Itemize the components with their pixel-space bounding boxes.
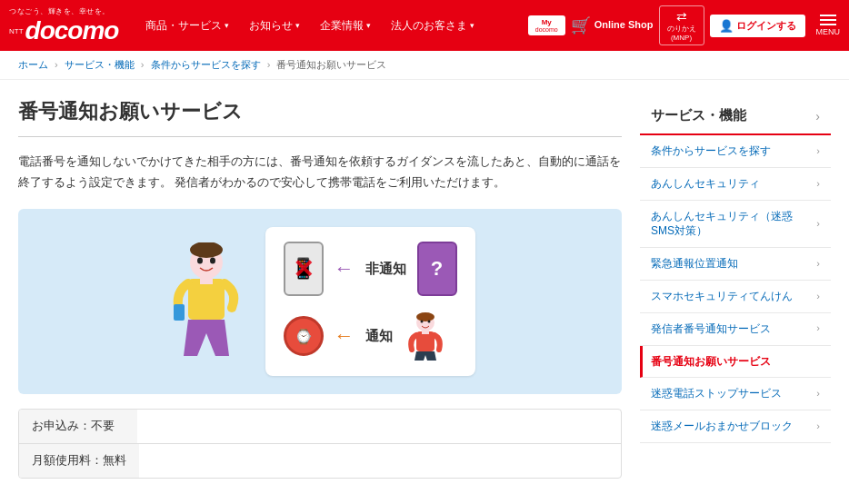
sidebar-item-number-notify[interactable]: 番号通知お願いサービス: [640, 346, 831, 379]
online-shop-button[interactable]: 🛒 Online Shop: [571, 15, 654, 35]
diagram-area: 📱 ✕ ← 非通知 ? ⌚ ← 通知: [18, 209, 622, 394]
diagram-row-normal: ⌚ ← 通知: [284, 311, 457, 361]
chevron-right-icon: ›: [816, 217, 820, 231]
svg-point-2: [197, 258, 203, 264]
sidebar-item-label: あんしんセキュリティ（迷惑SMS対策）: [651, 209, 813, 240]
hamburger-icon: [820, 15, 836, 25]
logo-docomo: NTT docomo: [9, 16, 118, 45]
nav-news[interactable]: お知らせ ▾: [240, 15, 309, 37]
login-label: ログインする: [736, 19, 796, 33]
right-sidebar: サービス・機能 › 条件からサービスを探す › あんしんセキュリティ › あんし…: [640, 98, 831, 497]
mnp-sub: (MNP): [671, 34, 692, 42]
info-table: お申込み：不要 月額使用料：無料: [18, 409, 622, 479]
left-content: 番号通知お願いサービス 電話番号を通知しないでかけてきた相手の方には、番号通知を…: [18, 98, 622, 497]
page-description: 電話番号を通知しないでかけてきた相手の方には、番号通知を依頼するガイダンスを流し…: [18, 152, 622, 193]
nav-business[interactable]: 法人のお客さま ▾: [382, 15, 484, 37]
chevron-down-icon: ▾: [366, 21, 371, 30]
sidebar-item-sms[interactable]: あんしんセキュリティ（迷惑SMS対策） ›: [640, 201, 831, 249]
svg-point-3: [210, 258, 215, 264]
chevron-down-icon: ▾: [225, 21, 229, 30]
table-row-fee: 月額使用料：無料: [19, 444, 621, 478]
mnp-label: のりかえ: [667, 24, 696, 34]
svg-rect-6: [174, 304, 185, 321]
breadcrumb-service[interactable]: サービス・機能: [65, 59, 135, 70]
svg-point-8: [416, 312, 434, 321]
chevron-right-icon: ›: [816, 321, 820, 335]
my-sub-label: docomo: [535, 26, 558, 33]
mnp-icon: ⇄: [676, 9, 687, 24]
sidebar-header[interactable]: サービス・機能 ›: [640, 98, 831, 135]
blocked-phone-icon: 📱 ✕: [284, 242, 324, 296]
sidebar-item-label: 緊急通報位置通知: [651, 256, 813, 272]
sidebar-item-emergency[interactable]: 緊急通報位置通知 ›: [640, 248, 831, 281]
person-right-svg: [405, 311, 445, 361]
menu-label: MENU: [816, 27, 841, 36]
sidebar-item-label: 番号通知お願いサービス: [651, 354, 820, 370]
nav-company[interactable]: 企業情報 ▾: [311, 15, 380, 37]
ntt-text: NTT: [9, 27, 24, 35]
svg-rect-12: [422, 330, 429, 334]
sidebar-item-nuisance-mail[interactable]: 迷惑メールおまかせブロック ›: [640, 410, 831, 443]
diagram-center-box: 📱 ✕ ← 非通知 ? ⌚ ← 通知: [265, 227, 475, 376]
arrow-left-icon: ←: [335, 257, 355, 281]
sidebar-item-nuisance-call[interactable]: 迷惑電話ストップサービス ›: [640, 378, 831, 410]
person-illustration: [170, 242, 243, 361]
person-icon: 👤: [719, 19, 734, 33]
chevron-right-icon: ›: [816, 144, 820, 158]
docomo-text: docomo: [25, 16, 119, 45]
x-mark-icon: ✕: [293, 254, 314, 284]
sidebar-item-security[interactable]: あんしんセキュリティ ›: [640, 168, 831, 201]
question-phone-icon: ?: [417, 242, 457, 296]
menu-button[interactable]: MENU: [816, 15, 841, 36]
sidebar-title: サービス・機能: [651, 107, 746, 124]
main-nav: 商品・サービス ▾ お知らせ ▾ 企業情報 ▾ 法人のお客さま ▾: [136, 15, 527, 37]
sidebar-item-label: スマホセキュリティてんけん: [651, 289, 813, 304]
my-docomo-button[interactable]: My docomo: [528, 15, 565, 35]
page-title: 番号通知お願いサービス: [18, 98, 622, 137]
svg-rect-4: [188, 279, 225, 320]
sidebar-item-conditions[interactable]: 条件からサービスを探す ›: [640, 135, 831, 168]
breadcrumb-sep-1: ›: [55, 59, 58, 70]
sidebar-item-label: 迷惑メールおまかせブロック: [651, 419, 813, 434]
diagram-row-blocked: 📱 ✕ ← 非通知 ?: [284, 242, 457, 296]
mnp-button[interactable]: ⇄ のりかえ (MNP): [659, 5, 704, 45]
chevron-right-icon: ›: [816, 257, 820, 271]
sidebar-item-label: 迷惑電話ストップサービス: [651, 386, 813, 401]
tagline: つなごう、輝きを、幸せを。: [9, 6, 118, 16]
sidebar-item-caller-id[interactable]: 発信者番号通知サービス ›: [640, 313, 831, 346]
main-content: 番号通知お願いサービス 電話番号を通知しないでかけてきた相手の方には、番号通知を…: [0, 80, 849, 504]
diagram-person-left: [165, 242, 247, 361]
site-header: つなごう、輝きを、幸せを。 NTT docomo 商品・サービス ▾ お知らせ …: [0, 0, 849, 51]
application-label: お申込み：不要: [19, 410, 137, 443]
hitstuchi-label: 非通知: [365, 261, 406, 278]
breadcrumb-home[interactable]: ホーム: [18, 59, 48, 70]
chevron-right-icon: ›: [816, 290, 820, 303]
svg-point-10: [427, 321, 430, 323]
breadcrumb-conditions[interactable]: 条件からサービスを探す: [151, 59, 261, 70]
diagram-person-right: [404, 311, 447, 361]
table-row-application: お申込み：不要: [19, 410, 621, 444]
nav-products[interactable]: 商品・サービス ▾: [136, 15, 238, 37]
tsuchi-label: 通知: [365, 328, 393, 345]
header-right: My docomo 🛒 Online Shop ⇄ のりかえ (MNP) 👤 ロ…: [528, 5, 840, 45]
my-label: My: [542, 18, 552, 26]
fee-label: 月額使用料：無料: [19, 444, 139, 478]
breadcrumb-current: 番号通知お願いサービス: [276, 59, 386, 70]
sidebar-item-label: 発信者番号通知サービス: [651, 321, 813, 337]
chevron-right-icon: ›: [816, 177, 820, 191]
chevron-down-icon: ▾: [295, 21, 300, 30]
chevron-right-icon: ›: [815, 109, 820, 124]
sidebar-item-label: あんしんセキュリティ: [651, 176, 813, 192]
chevron-right-icon: ›: [816, 420, 820, 433]
login-button[interactable]: 👤 ログインする: [710, 15, 805, 37]
chevron-down-icon: ▾: [470, 21, 474, 30]
sidebar-item-label: 条件からサービスを探す: [651, 143, 813, 159]
cart-icon: 🛒: [571, 15, 591, 35]
watch-icon: ⌚: [284, 316, 324, 356]
breadcrumb-sep-2: ›: [141, 59, 145, 70]
svg-rect-11: [416, 331, 434, 351]
online-shop-label: Online Shop: [594, 19, 654, 31]
breadcrumb-sep-3: ›: [267, 59, 271, 70]
chevron-right-icon: ›: [816, 387, 820, 400]
sidebar-item-smartphone-security[interactable]: スマホセキュリティてんけん ›: [640, 281, 831, 313]
